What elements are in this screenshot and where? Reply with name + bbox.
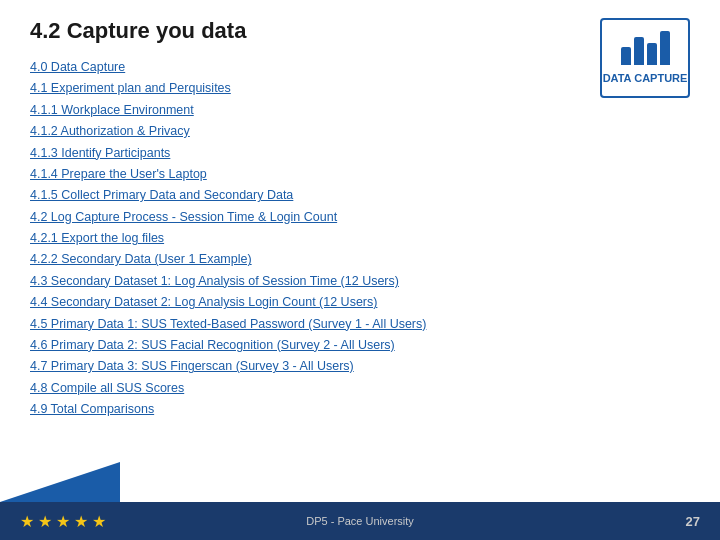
star-3: ★ (56, 512, 70, 531)
footer-text: DP5 - Pace University (306, 515, 414, 527)
bar-4 (660, 31, 670, 65)
link-4-8[interactable]: 4.8 Compile all SUS Scores (30, 379, 690, 398)
star-4: ★ (74, 512, 88, 531)
bar-2 (634, 37, 644, 65)
link-4-6[interactable]: 4.6 Primary Data 2: SUS Facial Recogniti… (30, 336, 690, 355)
star-2: ★ (38, 512, 52, 531)
link-4-1-5[interactable]: 4.1.5 Collect Primary Data and Secondary… (30, 186, 690, 205)
bar-1 (621, 47, 631, 65)
link-4-2[interactable]: 4.2 Log Capture Process - Session Time &… (30, 208, 690, 227)
link-4-3[interactable]: 4.3 Secondary Dataset 1: Log Analysis of… (30, 272, 690, 291)
logo-text: DATA CAPTURE (603, 71, 688, 85)
link-4-5[interactable]: 4.5 Primary Data 1: SUS Texted-Based Pas… (30, 315, 690, 334)
star-5: ★ (92, 512, 106, 531)
link-4-1-1[interactable]: 4.1.1 Workplace Environment (30, 101, 690, 120)
diagonal-accent (0, 462, 120, 502)
content-area: 4.2 Capture you data DATA CAPTURE 4.0 Da… (0, 0, 720, 429)
bar-3 (647, 43, 657, 65)
link-4-1-4[interactable]: 4.1.4 Prepare the User's Laptop (30, 165, 690, 184)
logo-box: DATA CAPTURE (600, 18, 690, 98)
main-container: 4.2 Capture you data DATA CAPTURE 4.0 Da… (0, 0, 720, 540)
link-4-1[interactable]: 4.1 Experiment plan and Perquisites (30, 79, 690, 98)
link-4-1-2[interactable]: 4.1.2 Authorization & Privacy (30, 122, 690, 141)
link-4-7[interactable]: 4.7 Primary Data 3: SUS Fingerscan (Surv… (30, 357, 690, 376)
page-title: 4.2 Capture you data (30, 18, 690, 44)
link-4-9[interactable]: 4.9 Total Comparisons (30, 400, 690, 419)
nav-links: 4.0 Data Capture 4.1 Experiment plan and… (30, 58, 690, 419)
link-4-2-1[interactable]: 4.2.1 Export the log files (30, 229, 690, 248)
link-4-2-2[interactable]: 4.2.2 Secondary Data (User 1 Example) (30, 250, 690, 269)
link-4-0[interactable]: 4.0 Data Capture (30, 58, 690, 77)
bottom-bar: ★ ★ ★ ★ ★ DP5 - Pace University 27 (0, 502, 720, 540)
logo-chart (621, 31, 670, 65)
link-4-1-3[interactable]: 4.1.3 Identify Participants (30, 144, 690, 163)
star-1: ★ (20, 512, 34, 531)
stars-container: ★ ★ ★ ★ ★ (20, 512, 106, 531)
link-4-4[interactable]: 4.4 Secondary Dataset 2: Log Analysis Lo… (30, 293, 690, 312)
page-number: 27 (686, 514, 700, 529)
